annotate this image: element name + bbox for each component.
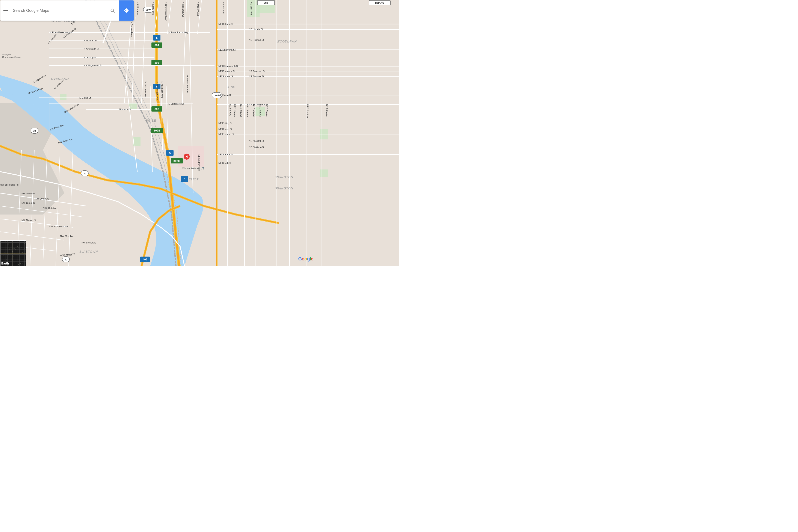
- search-input[interactable]: [11, 8, 106, 13]
- svg-text:5: 5: [156, 85, 157, 88]
- svg-text:302C: 302C: [173, 159, 180, 163]
- svg-text:304: 304: [154, 43, 159, 47]
- map-container[interactable]: H 99W 30B BYP 30B 5 5 5 5 99E 30 30 30 4: [0, 0, 399, 266]
- svg-text:BYP 30B: BYP 30B: [375, 2, 384, 4]
- hamburger-menu-button[interactable]: [0, 0, 11, 21]
- search-button[interactable]: [106, 0, 119, 21]
- svg-text:405: 405: [143, 258, 147, 261]
- map-svg: H 99W 30B BYP 30B 5 5 5 5 99E 30 30 30 4: [0, 0, 399, 266]
- svg-text:99W: 99W: [146, 8, 151, 11]
- svg-text:302B: 302B: [154, 129, 160, 132]
- search-bar: ➤: [0, 0, 134, 21]
- svg-text:5: 5: [169, 151, 171, 155]
- svg-text:303: 303: [154, 61, 159, 64]
- svg-rect-74: [178, 146, 204, 167]
- earth-thumbnail[interactable]: [0, 240, 26, 266]
- svg-text:H: H: [186, 155, 188, 158]
- earth-canvas: [0, 241, 26, 266]
- svg-text:➤: ➤: [126, 10, 127, 12]
- svg-line-112: [113, 12, 114, 13]
- svg-rect-8: [320, 169, 328, 177]
- svg-text:30: 30: [33, 130, 36, 132]
- svg-text:5: 5: [156, 36, 157, 39]
- svg-text:99E: 99E: [215, 94, 219, 97]
- svg-text:303: 303: [154, 108, 159, 111]
- svg-text:30B: 30B: [264, 2, 268, 4]
- svg-text:5: 5: [184, 178, 185, 181]
- svg-text:30: 30: [83, 172, 86, 175]
- svg-rect-3: [60, 94, 66, 100]
- svg-rect-6: [255, 107, 265, 116]
- google-logo: Google: [298, 256, 313, 262]
- svg-text:30: 30: [64, 258, 67, 261]
- directions-button[interactable]: ➤: [119, 0, 134, 21]
